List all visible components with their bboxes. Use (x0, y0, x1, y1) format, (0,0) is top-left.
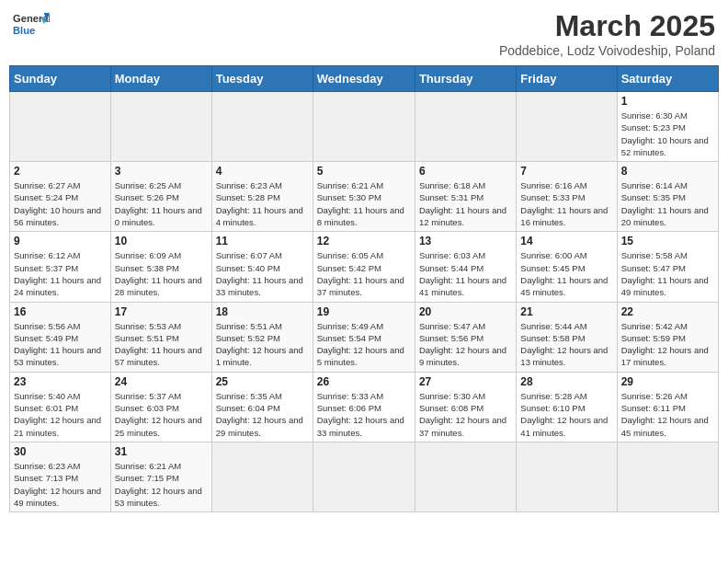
calendar-body: 1Sunrise: 6:30 AM Sunset: 5:23 PM Daylig… (10, 92, 719, 512)
day-info: Sunrise: 6:21 AM Sunset: 7:15 PM Dayligh… (115, 460, 208, 509)
day-info: Sunrise: 5:33 AM Sunset: 6:06 PM Dayligh… (317, 390, 411, 439)
day-info: Sunrise: 5:28 AM Sunset: 6:10 PM Dayligh… (520, 390, 612, 439)
day-number: 1 (621, 95, 714, 108)
calendar-cell: 10Sunrise: 6:09 AM Sunset: 5:38 PM Dayli… (110, 232, 211, 302)
calendar-cell: 29Sunrise: 5:26 AM Sunset: 6:11 PM Dayli… (617, 372, 718, 442)
day-number: 14 (520, 235, 612, 247)
calendar-cell: 21Sunrise: 5:44 AM Sunset: 5:58 PM Dayli… (517, 302, 617, 372)
day-number: 15 (621, 235, 714, 247)
calendar-cell (313, 442, 415, 511)
calendar-table: SundayMondayTuesdayWednesdayThursdayFrid… (9, 65, 719, 512)
calendar-cell: 16Sunrise: 5:56 AM Sunset: 5:49 PM Dayli… (10, 302, 111, 372)
day-info: Sunrise: 5:35 AM Sunset: 6:04 PM Dayligh… (216, 390, 309, 439)
day-number: 27 (419, 375, 512, 388)
day-info: Sunrise: 6:23 AM Sunset: 5:28 PM Dayligh… (216, 179, 309, 228)
logo-icon: General Blue (13, 9, 50, 39)
day-number: 19 (317, 305, 411, 318)
calendar-week-0: 1Sunrise: 6:30 AM Sunset: 5:23 PM Daylig… (10, 92, 719, 162)
day-number: 28 (520, 375, 612, 388)
day-info: Sunrise: 6:05 AM Sunset: 5:42 PM Dayligh… (317, 249, 411, 298)
day-number: 17 (115, 305, 208, 318)
day-info: Sunrise: 5:49 AM Sunset: 5:54 PM Dayligh… (317, 320, 411, 369)
day-info: Sunrise: 6:27 AM Sunset: 5:24 PM Dayligh… (14, 179, 107, 228)
day-info: Sunrise: 6:30 AM Sunset: 5:23 PM Dayligh… (621, 109, 714, 158)
calendar-week-3: 16Sunrise: 5:56 AM Sunset: 5:49 PM Dayli… (10, 302, 719, 372)
calendar-cell: 31Sunrise: 6:21 AM Sunset: 7:15 PM Dayli… (110, 442, 211, 511)
calendar-week-2: 9Sunrise: 6:12 AM Sunset: 5:37 PM Daylig… (10, 232, 719, 302)
calendar-cell (10, 92, 111, 162)
month-title: March 2025 (499, 9, 715, 43)
calendar-cell: 8Sunrise: 6:14 AM Sunset: 5:35 PM Daylig… (617, 162, 718, 232)
day-info: Sunrise: 6:18 AM Sunset: 5:31 PM Dayligh… (419, 179, 512, 228)
subtitle: Poddebice, Lodz Voivodeship, Poland (499, 43, 715, 58)
calendar-cell: 18Sunrise: 5:51 AM Sunset: 5:52 PM Dayli… (211, 302, 313, 372)
calendar-cell: 28Sunrise: 5:28 AM Sunset: 6:10 PM Dayli… (517, 372, 617, 442)
day-info: Sunrise: 5:47 AM Sunset: 5:56 PM Dayligh… (419, 320, 512, 369)
day-info: Sunrise: 6:23 AM Sunset: 7:13 PM Dayligh… (14, 460, 107, 509)
calendar-cell (313, 92, 415, 162)
day-info: Sunrise: 5:40 AM Sunset: 6:01 PM Dayligh… (14, 390, 107, 439)
header: General Blue March 2025 Poddebice, Lodz … (9, 9, 719, 58)
day-info: Sunrise: 6:25 AM Sunset: 5:26 PM Dayligh… (115, 179, 208, 228)
logo: General Blue (13, 9, 50, 39)
day-number: 7 (520, 165, 612, 178)
day-number: 13 (419, 235, 512, 247)
day-info: Sunrise: 6:00 AM Sunset: 5:45 PM Dayligh… (520, 249, 612, 298)
day-number: 25 (216, 375, 309, 388)
calendar-cell: 4Sunrise: 6:23 AM Sunset: 5:28 PM Daylig… (211, 162, 313, 232)
day-info: Sunrise: 5:44 AM Sunset: 5:58 PM Dayligh… (520, 320, 612, 369)
day-number: 24 (115, 375, 208, 388)
calendar-cell: 15Sunrise: 5:58 AM Sunset: 5:47 PM Dayli… (617, 232, 718, 302)
calendar-week-5: 30Sunrise: 6:23 AM Sunset: 7:13 PM Dayli… (10, 442, 719, 511)
calendar-cell: 13Sunrise: 6:03 AM Sunset: 5:44 PM Dayli… (415, 232, 516, 302)
calendar-cell (211, 92, 313, 162)
weekday-row: SundayMondayTuesdayWednesdayThursdayFrid… (10, 66, 719, 92)
calendar-cell (415, 92, 516, 162)
day-info: Sunrise: 5:53 AM Sunset: 5:51 PM Dayligh… (115, 320, 208, 369)
weekday-friday: Friday (517, 66, 617, 92)
calendar-cell: 27Sunrise: 5:30 AM Sunset: 6:08 PM Dayli… (415, 372, 516, 442)
day-number: 30 (14, 445, 107, 458)
calendar-cell (415, 442, 516, 511)
day-info: Sunrise: 5:56 AM Sunset: 5:49 PM Dayligh… (14, 320, 107, 369)
day-number: 16 (14, 305, 107, 318)
day-info: Sunrise: 6:07 AM Sunset: 5:40 PM Dayligh… (216, 249, 309, 298)
weekday-sunday: Sunday (10, 66, 111, 92)
weekday-saturday: Saturday (617, 66, 718, 92)
day-info: Sunrise: 5:37 AM Sunset: 6:03 PM Dayligh… (115, 390, 208, 439)
calendar-cell: 30Sunrise: 6:23 AM Sunset: 7:13 PM Dayli… (10, 442, 111, 511)
calendar-cell: 22Sunrise: 5:42 AM Sunset: 5:59 PM Dayli… (617, 302, 718, 372)
calendar-cell (517, 92, 617, 162)
calendar-week-1: 2Sunrise: 6:27 AM Sunset: 5:24 PM Daylig… (10, 162, 719, 232)
day-number: 12 (317, 235, 411, 247)
day-number: 8 (621, 165, 714, 178)
day-number: 6 (419, 165, 512, 178)
calendar-header: SundayMondayTuesdayWednesdayThursdayFrid… (10, 66, 719, 92)
day-number: 10 (115, 235, 208, 247)
calendar-cell: 12Sunrise: 6:05 AM Sunset: 5:42 PM Dayli… (313, 232, 415, 302)
day-info: Sunrise: 5:30 AM Sunset: 6:08 PM Dayligh… (419, 390, 512, 439)
calendar-cell: 9Sunrise: 6:12 AM Sunset: 5:37 PM Daylig… (10, 232, 111, 302)
day-info: Sunrise: 6:09 AM Sunset: 5:38 PM Dayligh… (115, 249, 208, 298)
calendar-cell: 3Sunrise: 6:25 AM Sunset: 5:26 PM Daylig… (110, 162, 211, 232)
weekday-wednesday: Wednesday (313, 66, 415, 92)
day-number: 3 (115, 165, 208, 178)
calendar-cell: 14Sunrise: 6:00 AM Sunset: 5:45 PM Dayli… (517, 232, 617, 302)
title-area: March 2025 Poddebice, Lodz Voivodeship, … (499, 9, 715, 58)
calendar-cell: 17Sunrise: 5:53 AM Sunset: 5:51 PM Dayli… (110, 302, 211, 372)
weekday-tuesday: Tuesday (211, 66, 313, 92)
day-number: 18 (216, 305, 309, 318)
calendar-cell (517, 442, 617, 511)
calendar-cell: 25Sunrise: 5:35 AM Sunset: 6:04 PM Dayli… (211, 372, 313, 442)
calendar-cell (110, 92, 211, 162)
calendar-cell: 24Sunrise: 5:37 AM Sunset: 6:03 PM Dayli… (110, 372, 211, 442)
calendar-cell: 7Sunrise: 6:16 AM Sunset: 5:33 PM Daylig… (517, 162, 617, 232)
day-info: Sunrise: 6:12 AM Sunset: 5:37 PM Dayligh… (14, 249, 107, 298)
day-info: Sunrise: 5:58 AM Sunset: 5:47 PM Dayligh… (621, 249, 714, 298)
calendar-cell: 11Sunrise: 6:07 AM Sunset: 5:40 PM Dayli… (211, 232, 313, 302)
day-number: 4 (216, 165, 309, 178)
day-number: 5 (317, 165, 411, 178)
day-info: Sunrise: 6:16 AM Sunset: 5:33 PM Dayligh… (520, 179, 612, 228)
day-number: 31 (115, 445, 208, 458)
day-number: 26 (317, 375, 411, 388)
